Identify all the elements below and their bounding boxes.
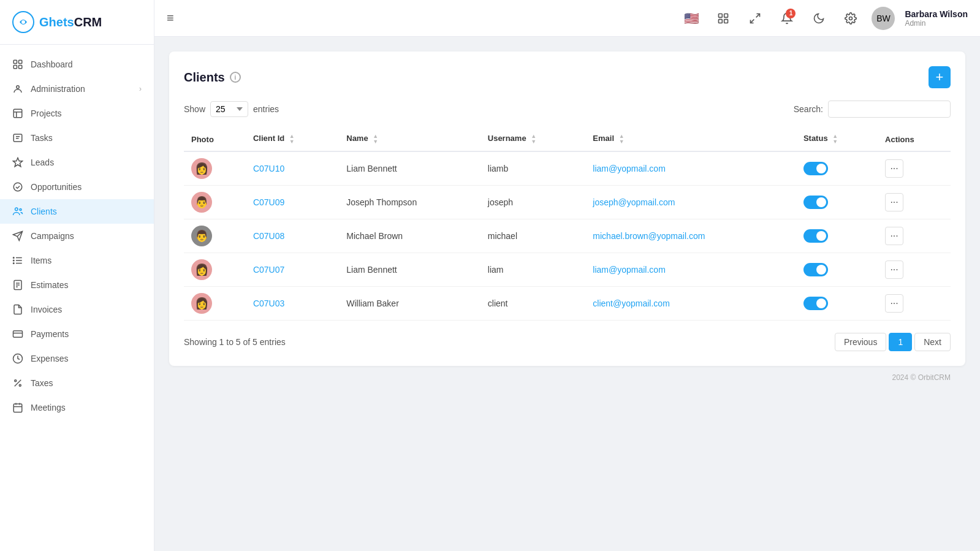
opportunities-icon [12, 181, 23, 192]
client-avatar: 👩 [191, 158, 212, 179]
language-flag[interactable]: 🇺🇸 [680, 7, 702, 29]
admin-icon [12, 83, 23, 94]
col-username[interactable]: Username ▲▼ [481, 127, 586, 151]
card-header: Clients i + [184, 66, 951, 88]
table-controls: Show 10 25 50 100 entries Search: [184, 101, 951, 118]
sidebar-item-estimates[interactable]: Estimates [0, 273, 154, 297]
pagination-info: Showing 1 to 5 of 5 entries [184, 337, 286, 347]
col-client-id[interactable]: Client Id ▲▼ [246, 127, 339, 151]
sidebar-item-opportunities[interactable]: Opportunities [0, 175, 154, 199]
email-link[interactable]: liam@yopmail.com [593, 164, 665, 173]
email-link[interactable]: liam@yopmail.com [593, 265, 665, 275]
col-actions: Actions [878, 127, 951, 151]
entries-select[interactable]: 10 25 50 100 [210, 101, 248, 117]
cell-actions: ··· [878, 219, 951, 253]
sidebar-item-clients[interactable]: Clients [0, 199, 154, 224]
col-status[interactable]: Status ▲▼ [796, 127, 878, 151]
status-toggle[interactable] [803, 297, 828, 310]
sidebar-item-meetings[interactable]: Meetings [0, 395, 154, 420]
svg-point-15 [15, 208, 18, 211]
svg-point-6 [17, 86, 20, 89]
fullscreen-button[interactable] [744, 7, 766, 29]
svg-point-33 [19, 384, 21, 386]
settings-button[interactable] [840, 7, 862, 29]
svg-rect-38 [719, 13, 723, 17]
col-name[interactable]: Name ▲▼ [339, 127, 481, 151]
sidebar-item-projects[interactable]: Projects [0, 101, 154, 126]
status-toggle[interactable] [803, 229, 828, 243]
sidebar-item-invoices[interactable]: Invoices [0, 297, 154, 322]
actions-menu-button[interactable]: ··· [885, 193, 903, 211]
table-row: 👩 C07U10 Liam Bennett liamb liam@yopmail… [184, 151, 951, 186]
svg-rect-34 [13, 404, 22, 412]
cell-email: liam@yopmail.com [585, 151, 796, 186]
search-label: Search: [794, 104, 823, 114]
cell-client-id: C07U07 [246, 253, 339, 287]
dashboard-icon [12, 59, 23, 70]
page-1-button[interactable]: 1 [889, 333, 912, 351]
svg-line-43 [751, 19, 754, 23]
client-id-link[interactable]: C07U03 [253, 298, 284, 308]
logo-text: GhetsCRM [39, 15, 102, 29]
add-client-button[interactable]: + [929, 66, 951, 88]
copyright-text: 2024 © OrbitCRM [892, 373, 951, 382]
status-toggle[interactable] [803, 263, 828, 276]
cell-client-id: C07U08 [246, 219, 339, 253]
sidebar-item-tasks[interactable]: Tasks [0, 126, 154, 150]
svg-point-44 [849, 17, 853, 20]
hamburger-button[interactable]: ≡ [167, 11, 174, 25]
chevron-right-icon: › [139, 85, 142, 93]
actions-menu-button[interactable]: ··· [885, 294, 903, 313]
sidebar-item-taxes[interactable]: Taxes [0, 371, 154, 395]
sidebar-item-dashboard[interactable]: Dashboard [0, 52, 154, 77]
search-input[interactable] [828, 101, 951, 118]
actions-menu-button[interactable]: ··· [885, 260, 903, 279]
status-toggle[interactable] [803, 196, 828, 209]
next-button[interactable]: Next [914, 333, 951, 351]
sidebar-item-payments[interactable]: Payments [0, 322, 154, 346]
table-row: 👨 C07U08 Michael Brown michael michael.b… [184, 219, 951, 253]
actions-menu-button[interactable]: ··· [885, 159, 903, 178]
cell-username: client [481, 287, 586, 321]
campaigns-icon [12, 230, 23, 241]
client-id-link[interactable]: C07U08 [253, 231, 284, 241]
actions-menu-button[interactable]: ··· [885, 227, 903, 245]
items-icon [12, 255, 23, 266]
email-link[interactable]: michael.brown@yopmail.com [593, 231, 705, 241]
apps-icon [717, 12, 729, 25]
notifications-button[interactable]: 1 [776, 7, 798, 29]
theme-toggle-button[interactable] [808, 7, 830, 29]
apps-button[interactable] [712, 7, 734, 29]
clients-table: Photo Client Id ▲▼ Name ▲▼ Username ▲▼ E… [184, 127, 951, 321]
sidebar-item-campaigns[interactable]: Campaigns [0, 224, 154, 248]
sidebar-item-leads[interactable]: Leads [0, 150, 154, 175]
cell-username: michael [481, 219, 586, 253]
show-label: Show [184, 104, 205, 114]
cell-photo: 👨 [184, 186, 246, 219]
email-link[interactable]: client@yopmail.com [593, 298, 669, 308]
sidebar-item-administration[interactable]: Administration › [0, 77, 154, 101]
client-id-link[interactable]: C07U10 [253, 164, 284, 173]
client-id-link[interactable]: C07U09 [253, 197, 284, 207]
status-toggle[interactable] [803, 162, 828, 175]
cell-client-id: C07U09 [246, 186, 339, 219]
cell-client-id: C07U10 [246, 151, 339, 186]
sidebar-item-label: Campaigns [31, 231, 74, 241]
table-header: Photo Client Id ▲▼ Name ▲▼ Username ▲▼ E… [184, 127, 951, 151]
taxes-icon [12, 378, 23, 389]
topbar: ≡ 🇺🇸 1 BW Barbara Wilson Admin [154, 0, 980, 37]
cell-name: Liam Bennett [339, 151, 481, 186]
cell-username: liam [481, 253, 586, 287]
sidebar-item-expenses[interactable]: Expenses [0, 346, 154, 371]
previous-button[interactable]: Previous [835, 333, 886, 351]
svg-line-42 [756, 13, 760, 17]
avatar[interactable]: BW [872, 7, 895, 30]
client-id-link[interactable]: C07U07 [253, 265, 284, 275]
col-email[interactable]: Email ▲▼ [585, 127, 796, 151]
email-link[interactable]: joseph@yopmail.com [593, 197, 675, 207]
sidebar: GhetsCRM Dashboard Administration › Proj… [0, 0, 154, 551]
cell-username: liamb [481, 151, 586, 186]
fullscreen-icon [749, 12, 761, 25]
info-icon[interactable]: i [230, 72, 241, 83]
sidebar-item-items[interactable]: Items [0, 248, 154, 273]
